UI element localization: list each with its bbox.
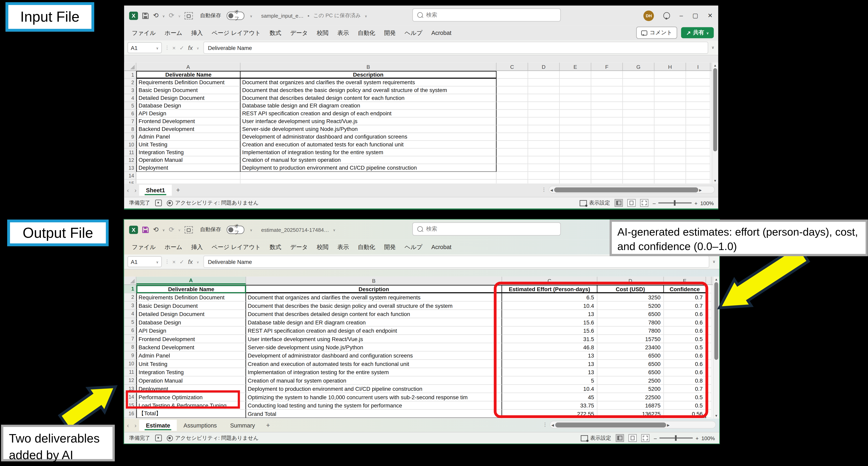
cell-A11[interactable]: Integration Testing (136, 149, 241, 156)
ribbon-tab-ヘルプ[interactable]: ヘルプ (400, 26, 427, 39)
horizontal-scrollbar[interactable]: ◀▶ (549, 186, 715, 194)
row-number[interactable]: 6 (124, 327, 136, 335)
row-number[interactable]: 9 (124, 351, 136, 360)
ribbon-tab-データ[interactable]: データ (286, 26, 312, 39)
row-number[interactable]: 3 (124, 301, 136, 310)
cell-C1[interactable] (497, 71, 528, 79)
row-number[interactable]: 5 (124, 102, 136, 110)
cell-A3[interactable]: Basic Design Document (136, 86, 241, 94)
cell-A12[interactable]: Operation Manual (136, 377, 246, 385)
ribbon-tab-数式[interactable]: 数式 (265, 26, 286, 39)
cell-A2[interactable]: Requirements Definition Document (136, 79, 241, 87)
row-number[interactable]: 14 (124, 172, 136, 180)
cell-E3[interactable] (560, 86, 591, 94)
tab-splitter[interactable]: ⋮ (542, 422, 548, 428)
cell-A6[interactable]: API Design (136, 110, 241, 117)
cell-C6[interactable] (497, 110, 528, 117)
cancel-icon[interactable]: × (173, 45, 176, 51)
cell-H15[interactable] (655, 180, 686, 183)
ribbon-tab-Acrobat[interactable]: Acrobat (427, 240, 456, 254)
row-number[interactable]: 10 (124, 360, 136, 368)
cell-I12[interactable] (686, 156, 711, 164)
display-settings-button[interactable]: 表示設定 (580, 199, 610, 207)
row-number[interactable]: 6 (124, 110, 136, 117)
cell-B3[interactable]: Document that describes the basic design… (241, 86, 496, 94)
cell-D5[interactable] (528, 102, 560, 110)
ribbon-tab-開発[interactable]: 開発 (380, 240, 400, 254)
cell-B6[interactable]: REST API specification creation and desi… (246, 327, 502, 335)
cell-B11[interactable]: Implementation of integration testing fo… (246, 368, 502, 376)
display-settings-button[interactable]: 表示設定 (581, 434, 611, 441)
cell-A4[interactable]: Detailed Design Document (136, 310, 246, 318)
cell-A12[interactable]: Operation Manual (136, 156, 241, 164)
add-sheet-button[interactable]: + (176, 186, 180, 194)
formulabar-expand-icon[interactable]: ∨ (711, 46, 714, 50)
vertical-scrollbar[interactable]: ▲ ▼ (713, 277, 719, 419)
cell-B10[interactable]: Creation and execution of automated test… (241, 141, 496, 149)
ribbon-tab-自動化[interactable]: 自動化 (353, 26, 380, 39)
cell-D9[interactable] (528, 133, 560, 141)
cell-B5[interactable]: Database table design and ER diagram cre… (241, 102, 496, 110)
page-layout-view-button[interactable] (628, 434, 637, 442)
cell-C4[interactable] (497, 94, 528, 102)
cell-A9[interactable]: Admin Panel (136, 351, 246, 360)
search-input[interactable]: 検索 (412, 8, 561, 22)
cell-E10[interactable] (560, 141, 591, 149)
row-number[interactable]: 5 (124, 318, 136, 326)
minimize-button[interactable]: – (680, 12, 683, 19)
ribbon-tab-ホーム[interactable]: ホーム (160, 240, 187, 254)
cell-A5[interactable]: Database Design (136, 102, 241, 110)
ribbon-tab-ファイル[interactable]: ファイル (127, 240, 160, 254)
zoom-in-icon[interactable]: + (694, 200, 698, 206)
redo-icon[interactable]: ⟳ (169, 226, 174, 233)
cell-H14[interactable] (655, 172, 686, 180)
cell-G3[interactable] (623, 86, 655, 94)
cell-D1[interactable] (528, 71, 560, 79)
cell-F4[interactable] (591, 94, 623, 102)
cell-A1[interactable]: Deliverable Name (136, 285, 246, 293)
formula-input[interactable]: Deliverable Name (204, 256, 709, 268)
cell-I9[interactable] (686, 133, 711, 141)
sheet-prev-icon[interactable]: ‹ (127, 187, 129, 194)
cell-C14[interactable] (497, 172, 528, 180)
cell-F12[interactable] (591, 156, 623, 164)
cell-A15[interactable] (136, 180, 241, 183)
cell-C7[interactable] (497, 117, 528, 125)
cell-F7[interactable] (591, 117, 623, 125)
ribbon-tab-自動化[interactable]: 自動化 (353, 240, 380, 254)
ribbon-tab-挿入[interactable]: 挿入 (187, 26, 207, 39)
cell-B7[interactable]: User interface development using React/V… (241, 117, 496, 125)
filename-dropdown-icon[interactable]: ∨ (365, 13, 367, 18)
column-header-D[interactable]: D (528, 63, 560, 70)
cell-I6[interactable] (686, 110, 711, 117)
cell-I15[interactable] (686, 180, 711, 183)
cell-B4[interactable]: Document that describes detailed design … (241, 94, 496, 102)
row-number[interactable]: 8 (124, 343, 136, 351)
cell-H7[interactable] (655, 117, 686, 125)
sheet-prev-icon[interactable]: ‹ (127, 422, 129, 429)
page-break-view-button[interactable] (640, 199, 648, 207)
cell-B11[interactable]: Implementation of integration testing fo… (241, 149, 496, 156)
cell-B14[interactable]: Optimizing the system to handle 10,000 c… (246, 393, 502, 401)
zoom-level[interactable]: 100% (702, 435, 715, 441)
row-number[interactable]: 1 (124, 285, 136, 293)
undo-dropdown-icon[interactable]: ∨ (162, 228, 165, 231)
row-number[interactable]: 1 (124, 71, 136, 79)
cell-B2[interactable]: Document that organizes and clarifies th… (246, 293, 502, 301)
cell-A10[interactable]: Unit Testing (136, 360, 246, 368)
screenshot-icon[interactable] (185, 12, 193, 19)
cell-C2[interactable] (497, 79, 528, 87)
column-header-A[interactable]: A (136, 277, 246, 285)
row-number[interactable]: 12 (124, 377, 136, 385)
cell-C8[interactable] (497, 125, 528, 133)
cell-C5[interactable] (497, 102, 528, 110)
cell-F14[interactable] (591, 172, 623, 180)
cell-F6[interactable] (591, 110, 623, 117)
avatar[interactable]: DH (644, 10, 654, 21)
sheet-tab-Estimate[interactable]: Estimate (139, 420, 177, 431)
autosave-chevron-icon[interactable]: ∨ (250, 228, 252, 231)
cell-B9[interactable]: Development of administrator dashboard a… (246, 351, 502, 360)
row-number[interactable]: 4 (124, 310, 136, 318)
cell-C11[interactable] (497, 149, 528, 156)
close-button[interactable]: ✕ (708, 12, 712, 19)
